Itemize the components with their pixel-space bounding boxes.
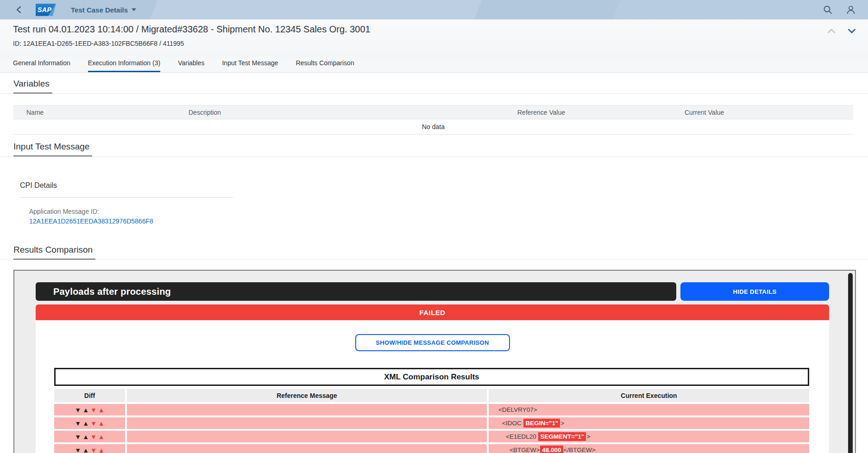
column-header-reference-message: Reference Message xyxy=(127,389,487,402)
results-comparison-section-header: Results Comparison xyxy=(0,245,868,260)
chevron-left-icon xyxy=(15,6,23,14)
back-button[interactable] xyxy=(14,5,24,15)
diff-icons-cell: ▼ ▲ ▼ ▲ xyxy=(54,444,125,453)
reference-message-cell xyxy=(127,444,487,453)
column-header-current-value: Current Value xyxy=(681,109,853,116)
section-divider xyxy=(0,156,868,157)
sap-logo: SAP xyxy=(36,4,56,16)
triangle-down-red-icon: ▼ xyxy=(90,434,97,440)
tab-variables[interactable]: Variables xyxy=(178,59,204,72)
cpi-details-title: CPI Details xyxy=(20,181,233,190)
payloads-header-title: Payloads after processing xyxy=(53,286,171,297)
input-test-message-section-title: Input Test Message xyxy=(13,142,92,157)
triangle-down-dark-icon: ▼ xyxy=(75,434,81,440)
show-hide-message-comparison-button[interactable]: SHOW/HIDE MESSAGE COMPARISON xyxy=(355,334,510,351)
search-icon[interactable] xyxy=(823,5,833,15)
triangle-up-dark-icon: ▲ xyxy=(82,434,89,440)
reference-message-cell xyxy=(127,404,487,416)
triangle-up-red-icon: ▲ xyxy=(98,447,105,453)
triangle-down-red-icon: ▼ xyxy=(90,420,97,427)
diff-icons-cell: ▼ ▲ ▼ ▲ xyxy=(54,404,125,416)
payloads-header-bar: Payloads after processing xyxy=(36,282,676,301)
triangle-up-dark-icon: ▲ xyxy=(82,447,89,453)
triangle-up-red-icon: ▲ xyxy=(98,420,105,427)
triangle-down-red-icon: ▼ xyxy=(90,447,97,453)
xml-text: <E1EDL20 xyxy=(506,433,538,440)
app-title: Test Case Details xyxy=(71,6,128,14)
column-header-diff: Diff xyxy=(54,389,125,402)
triangle-down-dark-icon: ▼ xyxy=(75,447,81,453)
sap-logo-text: SAP xyxy=(38,6,51,13)
diff-highlight: BEGIN="1" xyxy=(523,419,560,428)
shell-bar: SAP Test Case Details xyxy=(0,0,868,19)
xml-text: <IDOC xyxy=(502,420,523,427)
xml-comparison-table: XML Comparison Results Diff Reference Me… xyxy=(54,368,809,453)
current-execution-cell: <DELVRY07> xyxy=(489,404,809,416)
triangle-up-red-icon: ▲ xyxy=(98,407,105,413)
diff-icons-cell: ▼ ▲ ▼ ▲ xyxy=(54,417,125,429)
xml-text: > xyxy=(560,420,564,427)
status-banner-failed: FAILED xyxy=(36,304,829,320)
triangle-down-dark-icon: ▼ xyxy=(75,407,81,413)
navigate-up-button[interactable] xyxy=(826,26,837,36)
input-test-message-section-header: Input Test Message xyxy=(0,142,868,157)
current-execution-cell: <IDOC BEGIN="1"> xyxy=(489,417,809,429)
diff-highlight: SEGMENT="1" xyxy=(538,432,586,441)
diff-icons-cell: ▼ ▲ ▼ ▲ xyxy=(54,431,125,442)
page-title: Test run 04.01.2023 10:14:00 / Migrated#… xyxy=(13,24,371,35)
triangle-up-dark-icon: ▲ xyxy=(82,420,89,427)
tab-general-information[interactable]: General Information xyxy=(13,59,70,72)
xml-text: <DELVRY07> xyxy=(498,406,537,413)
results-comparison-section-title: Results Comparison xyxy=(13,245,95,260)
variables-table-header-row: Name Description Reference Value Current… xyxy=(13,105,853,119)
navigate-down-button[interactable] xyxy=(847,26,857,36)
cpi-divider xyxy=(20,197,233,198)
cpi-details-block: CPI Details Application Message ID: 12A1… xyxy=(20,181,233,225)
triangle-up-red-icon: ▲ xyxy=(98,434,105,440)
triangle-down-dark-icon: ▼ xyxy=(75,420,81,427)
diff-highlight: 48.000 xyxy=(540,446,563,453)
variables-table: Name Description Reference Value Current… xyxy=(13,105,853,135)
hide-details-button[interactable]: HIDE DETAILS xyxy=(680,282,829,301)
triangle-down-red-icon: ▼ xyxy=(90,407,97,413)
variables-section-header: Variables xyxy=(0,79,868,94)
object-page-header: Test run 04.01.2023 10:14:00 / Migrated#… xyxy=(0,19,868,58)
column-header-current-execution: Current Execution xyxy=(489,389,809,402)
panel-scrollbar[interactable] xyxy=(848,273,853,453)
reference-message-cell xyxy=(127,431,487,442)
current-execution-cell: <E1EDL20 SEGMENT="1"> xyxy=(489,431,809,442)
reference-message-cell xyxy=(127,417,487,429)
section-divider xyxy=(0,260,868,260)
tab-results-comparison[interactable]: Results Comparison xyxy=(296,59,354,72)
section-divider xyxy=(0,93,868,94)
application-message-id-link[interactable]: 12A1EEA1D2651EEDA38312976D5866F8 xyxy=(29,217,153,225)
results-comparison-panel: Payloads after processing HIDE DETAILS F… xyxy=(13,270,856,453)
triangle-up-dark-icon: ▲ xyxy=(82,407,89,413)
column-header-description: Description xyxy=(185,109,514,116)
tab-input-test-message[interactable]: Input Test Message xyxy=(222,59,278,72)
tab-execution-information[interactable]: Execution Information (3) xyxy=(88,59,160,72)
no-data-row: No data xyxy=(13,119,853,135)
application-message-id-label: Application Message ID: xyxy=(29,208,233,215)
anchor-tab-bar: General Information Execution Informatio… xyxy=(0,58,868,73)
xml-comparison-title: XML Comparison Results xyxy=(54,368,809,386)
xml-text: </BTGEW> xyxy=(564,447,596,453)
current-execution-cell: <BTGEW>48.000</BTGEW> xyxy=(489,444,809,453)
variables-section-title: Variables xyxy=(13,79,52,94)
comparison-content-area: SHOW/HIDE MESSAGE COMPARISON XML Compari… xyxy=(36,320,829,453)
page-subtitle-id: ID: 12A1EEA1-D265-1EED-A383-102FBC5B66F8… xyxy=(13,40,184,47)
chevron-down-icon xyxy=(132,8,136,11)
column-header-reference-value: Reference Value xyxy=(514,109,681,116)
column-header-name: Name xyxy=(13,109,185,116)
app-title-menu[interactable]: Test Case Details xyxy=(71,6,136,14)
xml-text: <BTGEW> xyxy=(509,447,540,453)
user-icon[interactable] xyxy=(846,5,856,15)
xml-text: > xyxy=(586,433,590,440)
